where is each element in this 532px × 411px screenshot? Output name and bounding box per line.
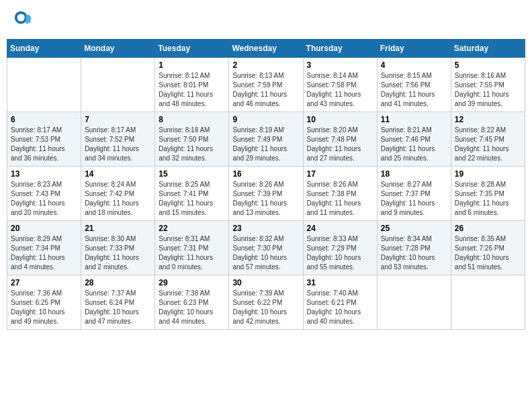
day-number: 5 [455,60,521,70]
svg-point-1 [17,14,25,21]
calendar-week: 1Sunrise: 8:12 AM Sunset: 8:01 PM Daylig… [7,58,525,112]
day-info: Sunrise: 8:26 AM Sunset: 7:38 PM Dayligh… [307,180,373,218]
day-info: Sunrise: 8:31 AM Sunset: 7:31 PM Dayligh… [159,234,225,272]
day-number: 6 [11,115,77,124]
calendar-week: 13Sunrise: 8:23 AM Sunset: 7:43 PM Dayli… [7,167,525,221]
header-day: Wednesday [229,40,303,58]
day-info: Sunrise: 8:19 AM Sunset: 7:49 PM Dayligh… [232,126,299,163]
calendar-body: 1Sunrise: 8:12 AM Sunset: 8:01 PM Daylig… [7,58,525,330]
calendar-cell: 18Sunrise: 8:27 AM Sunset: 7:37 PM Dayli… [377,167,451,221]
day-info: Sunrise: 7:37 AM Sunset: 6:24 PM Dayligh… [85,289,151,326]
day-info: Sunrise: 8:32 AM Sunset: 7:30 PM Dayligh… [232,234,299,272]
calendar-cell: 31Sunrise: 7:40 AM Sunset: 6:21 PM Dayli… [303,275,377,330]
calendar-cell: 4Sunrise: 8:15 AM Sunset: 7:56 PM Daylig… [377,58,451,112]
day-info: Sunrise: 8:12 AM Sunset: 8:01 PM Dayligh… [159,71,225,109]
day-number: 30 [232,278,299,287]
calendar-cell: 27Sunrise: 7:36 AM Sunset: 6:25 PM Dayli… [7,275,81,330]
day-info: Sunrise: 8:34 AM Sunset: 7:28 PM Dayligh… [381,234,447,272]
calendar-cell: 19Sunrise: 8:28 AM Sunset: 7:35 PM Dayli… [451,167,525,221]
day-info: Sunrise: 8:20 AM Sunset: 7:48 PM Dayligh… [307,126,373,163]
calendar-cell: 16Sunrise: 8:26 AM Sunset: 7:39 PM Dayli… [229,167,303,221]
day-info: Sunrise: 8:17 AM Sunset: 7:52 PM Dayligh… [85,126,151,163]
day-number: 15 [159,169,225,179]
day-number: 28 [85,278,151,287]
calendar-week: 27Sunrise: 7:36 AM Sunset: 6:25 PM Dayli… [7,275,525,330]
day-info: Sunrise: 8:24 AM Sunset: 7:42 PM Dayligh… [85,180,151,218]
calendar-cell [451,275,525,330]
day-info: Sunrise: 8:16 AM Sunset: 7:55 PM Dayligh… [455,71,521,109]
calendar-cell: 13Sunrise: 8:23 AM Sunset: 7:43 PM Dayli… [7,167,81,221]
day-number: 12 [455,115,521,124]
calendar-header: SundayMondayTuesdayWednesdayThursdayFrid… [7,40,525,58]
day-number: 26 [455,224,521,233]
calendar-cell: 28Sunrise: 7:37 AM Sunset: 6:24 PM Dayli… [81,275,155,330]
day-number: 8 [159,115,225,124]
day-number: 22 [159,224,225,233]
day-number: 23 [232,224,299,233]
day-number: 1 [159,60,225,70]
day-info: Sunrise: 8:18 AM Sunset: 7:50 PM Dayligh… [159,126,225,163]
calendar-cell: 25Sunrise: 8:34 AM Sunset: 7:28 PM Dayli… [377,221,451,275]
day-info: Sunrise: 8:33 AM Sunset: 7:29 PM Dayligh… [307,234,373,272]
calendar-cell [377,275,451,330]
day-info: Sunrise: 7:39 AM Sunset: 6:22 PM Dayligh… [232,289,299,326]
day-number: 18 [381,169,447,179]
calendar-cell [81,58,155,112]
logo [13,10,34,29]
day-number: 9 [232,115,299,124]
calendar-cell: 20Sunrise: 8:29 AM Sunset: 7:34 PM Dayli… [7,221,81,275]
calendar-cell: 9Sunrise: 8:19 AM Sunset: 7:49 PM Daylig… [229,112,303,167]
day-number: 17 [307,169,373,179]
day-info: Sunrise: 8:26 AM Sunset: 7:39 PM Dayligh… [232,180,299,218]
calendar-cell: 6Sunrise: 8:17 AM Sunset: 7:53 PM Daylig… [7,112,81,167]
calendar-cell: 26Sunrise: 8:35 AM Sunset: 7:26 PM Dayli… [451,221,525,275]
header-row: SundayMondayTuesdayWednesdayThursdayFrid… [7,40,525,58]
day-number: 25 [381,224,447,233]
day-info: Sunrise: 8:29 AM Sunset: 7:34 PM Dayligh… [11,234,77,272]
calendar-cell: 23Sunrise: 8:32 AM Sunset: 7:30 PM Dayli… [229,221,303,275]
day-info: Sunrise: 8:17 AM Sunset: 7:53 PM Dayligh… [11,126,77,163]
day-info: Sunrise: 8:28 AM Sunset: 7:35 PM Dayligh… [455,180,521,218]
calendar-cell: 12Sunrise: 8:22 AM Sunset: 7:45 PM Dayli… [451,112,525,167]
header-day: Tuesday [155,40,229,58]
day-info: Sunrise: 8:27 AM Sunset: 7:37 PM Dayligh… [381,180,447,218]
calendar-cell: 30Sunrise: 7:39 AM Sunset: 6:22 PM Dayli… [229,275,303,330]
header-day: Monday [81,40,155,58]
calendar-cell [7,58,81,112]
day-info: Sunrise: 7:40 AM Sunset: 6:21 PM Dayligh… [307,289,373,326]
day-info: Sunrise: 8:14 AM Sunset: 7:58 PM Dayligh… [307,71,373,109]
header-day: Friday [377,40,451,58]
calendar-cell: 1Sunrise: 8:12 AM Sunset: 8:01 PM Daylig… [155,58,229,112]
day-number: 29 [159,278,225,287]
day-number: 10 [307,115,373,124]
calendar-week: 6Sunrise: 8:17 AM Sunset: 7:53 PM Daylig… [7,112,525,167]
header-day: Sunday [7,40,81,58]
logo-icon [13,10,32,29]
calendar-cell: 5Sunrise: 8:16 AM Sunset: 7:55 PM Daylig… [451,58,525,112]
day-info: Sunrise: 8:22 AM Sunset: 7:45 PM Dayligh… [455,126,521,163]
calendar-cell: 2Sunrise: 8:13 AM Sunset: 7:59 PM Daylig… [229,58,303,112]
calendar-cell: 3Sunrise: 8:14 AM Sunset: 7:58 PM Daylig… [303,58,377,112]
day-number: 13 [11,169,77,179]
day-number: 3 [307,60,373,70]
calendar-week: 20Sunrise: 8:29 AM Sunset: 7:34 PM Dayli… [7,221,525,275]
calendar-cell: 10Sunrise: 8:20 AM Sunset: 7:48 PM Dayli… [303,112,377,167]
day-number: 16 [232,169,299,179]
day-number: 7 [85,115,151,124]
day-number: 31 [307,278,373,287]
page-header [7,7,525,32]
day-info: Sunrise: 7:38 AM Sunset: 6:23 PM Dayligh… [159,289,225,326]
day-info: Sunrise: 7:36 AM Sunset: 6:25 PM Dayligh… [11,289,77,326]
day-number: 2 [232,60,299,70]
day-number: 19 [455,169,521,179]
calendar-cell: 11Sunrise: 8:21 AM Sunset: 7:46 PM Dayli… [377,112,451,167]
day-info: Sunrise: 8:23 AM Sunset: 7:43 PM Dayligh… [11,180,77,218]
day-number: 21 [85,224,151,233]
calendar-cell: 22Sunrise: 8:31 AM Sunset: 7:31 PM Dayli… [155,221,229,275]
header-day: Thursday [303,40,377,58]
day-info: Sunrise: 8:35 AM Sunset: 7:26 PM Dayligh… [455,234,521,272]
day-info: Sunrise: 8:13 AM Sunset: 7:59 PM Dayligh… [232,71,299,109]
calendar-table: SundayMondayTuesdayWednesdayThursdayFrid… [7,39,525,330]
day-number: 24 [307,224,373,233]
calendar-cell: 8Sunrise: 8:18 AM Sunset: 7:50 PM Daylig… [155,112,229,167]
